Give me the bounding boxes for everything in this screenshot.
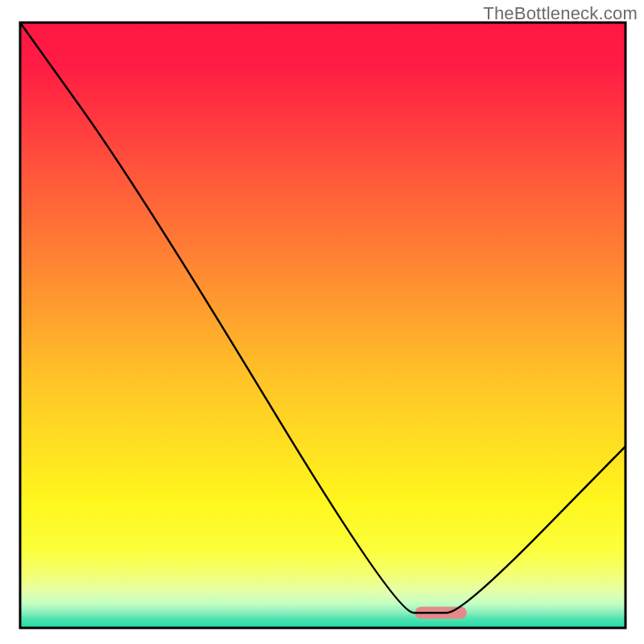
bottleneck-chart [0, 0, 644, 644]
watermark-text: TheBottleneck.com [483, 3, 638, 24]
chart-container: TheBottleneck.com [0, 0, 644, 644]
gradient-background [20, 23, 625, 628]
